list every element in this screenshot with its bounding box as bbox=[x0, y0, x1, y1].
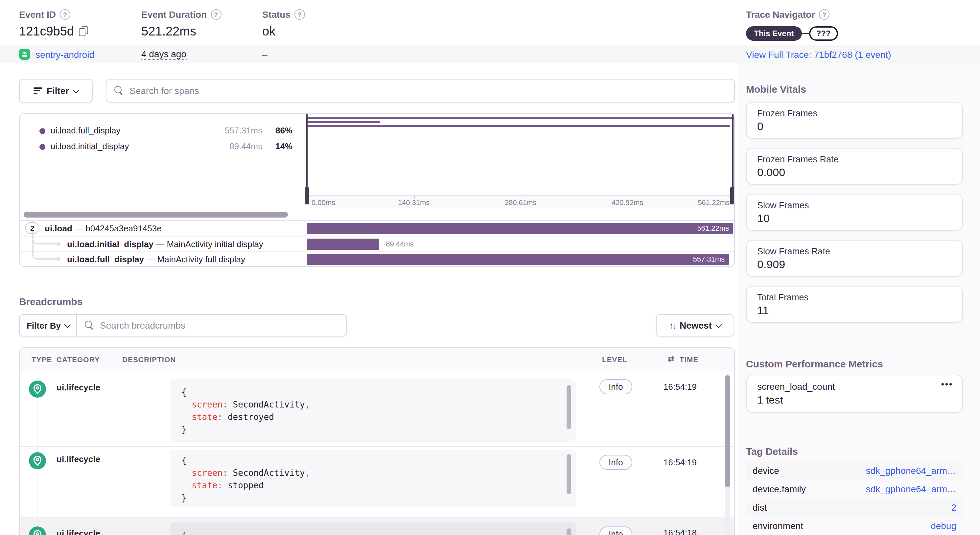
span-row-full-display[interactable]: ui.load.full_display — MainActivity full… bbox=[20, 251, 734, 266]
span-minimap[interactable] bbox=[307, 114, 734, 195]
breadcrumb-code[interactable]: { screen: SecondActivity, state: stopped… bbox=[170, 450, 576, 507]
minimap-right-handle-grip[interactable] bbox=[730, 187, 734, 204]
col-description: DESCRIPTION bbox=[122, 355, 176, 363]
metric-name: screen_load_count bbox=[757, 381, 952, 392]
legend-duration: 89.44ms bbox=[229, 141, 262, 151]
code-scrollbar-thumb[interactable] bbox=[566, 529, 571, 535]
help-icon[interactable]: ? bbox=[60, 9, 70, 20]
minimap-right-handle[interactable] bbox=[732, 114, 733, 195]
help-icon[interactable]: ? bbox=[294, 9, 305, 20]
vital-value: 0 bbox=[757, 120, 952, 134]
tag-row-device: device sdk_gphone64_arm… bbox=[746, 462, 963, 480]
time-sort-icon[interactable]: ⇄ bbox=[668, 354, 675, 363]
tag-key: device.family bbox=[752, 484, 806, 494]
span-hscrollbar-thumb[interactable] bbox=[24, 212, 288, 218]
help-icon[interactable]: ? bbox=[211, 9, 221, 20]
col-type: TYPE bbox=[32, 355, 52, 363]
sort-arrows-icon: ↑↓ bbox=[669, 320, 675, 330]
span-search-input[interactable] bbox=[129, 86, 734, 96]
legend-percent: 14% bbox=[275, 141, 293, 151]
location-pin-icon bbox=[29, 527, 46, 535]
level-badge: Info bbox=[600, 379, 632, 394]
tag-value-link[interactable]: sdk_gphone64_arm… bbox=[865, 484, 956, 494]
legend-op: ui.load.initial_display bbox=[51, 141, 129, 151]
stat-event-duration: Event Duration? 521.22ms bbox=[141, 9, 221, 39]
status-empty: – bbox=[262, 49, 267, 59]
span-tree: 2 ui.load — b04245a3ea91453e 561.22ms ui… bbox=[20, 221, 734, 266]
minimap-left-handle[interactable] bbox=[306, 114, 308, 195]
tag-row-device-family: device.family sdk_gphone64_arm… bbox=[746, 480, 963, 498]
next-event-pill[interactable]: ??? bbox=[809, 26, 838, 41]
breadcrumb-time: 16:54:18 bbox=[663, 528, 697, 535]
legend-percent: 86% bbox=[275, 126, 293, 135]
breadcrumbs-filter-by-button[interactable]: Filter By bbox=[20, 315, 77, 336]
breadcrumb-code[interactable]: { screen: SecondActivity, state: destroy… bbox=[170, 379, 576, 442]
span-bar[interactable]: 557.31ms bbox=[307, 254, 729, 265]
tag-value-link[interactable]: 2 bbox=[951, 502, 956, 513]
code-scrollbar-thumb[interactable] bbox=[566, 454, 571, 494]
event-age[interactable]: 4 days ago bbox=[141, 49, 186, 60]
vital-label: Total Frames bbox=[757, 293, 952, 303]
breadcrumb-time: 16:54:19 bbox=[663, 382, 697, 392]
breadcrumbs-title: Breadcrumbs bbox=[19, 296, 83, 307]
span-bar[interactable]: 561.22ms bbox=[307, 223, 733, 234]
ellipsis-menu-icon[interactable]: ••• bbox=[941, 379, 953, 389]
chevron-down-icon bbox=[73, 86, 79, 93]
code-scrollbar-thumb[interactable] bbox=[566, 385, 571, 429]
tag-value-link[interactable]: debug bbox=[931, 521, 956, 531]
chevron-down-icon bbox=[64, 321, 70, 328]
event-duration-value: 521.22ms bbox=[141, 24, 196, 39]
breadcrumbs-filterbar: Filter By bbox=[19, 314, 347, 336]
view-full-trace-cell: View Full Trace: 71bf2768 (1 event) bbox=[746, 45, 891, 63]
breadcrumbs-search-input[interactable] bbox=[100, 320, 346, 331]
span-duration: 557.31ms bbox=[693, 255, 725, 263]
minimap-bar bbox=[307, 121, 380, 123]
vital-label: Slow Frames Rate bbox=[757, 247, 952, 256]
android-project-icon bbox=[19, 49, 30, 60]
tree-connector bbox=[32, 231, 59, 260]
stat-event-id: Event ID? 121c9b5d bbox=[19, 9, 88, 39]
this-event-pill[interactable]: This Event bbox=[746, 26, 802, 41]
span-label: ui.load.full_display — MainActivity full… bbox=[67, 254, 245, 264]
minimap-left-handle-grip[interactable] bbox=[305, 187, 309, 204]
vital-label: Frozen Frames bbox=[757, 108, 952, 118]
spans-filter-button[interactable]: Filter bbox=[19, 79, 93, 102]
col-time[interactable]: TIME bbox=[679, 355, 698, 363]
trace-navigator: This Event ??? bbox=[746, 26, 838, 41]
span-row-initial-display[interactable]: ui.load.initial_display — MainActivity i… bbox=[20, 236, 734, 251]
breadcrumb-row[interactable]: ui.lifecycle { screen: SecondActivity, s… bbox=[20, 446, 734, 517]
breadcrumbs-sort-button[interactable]: ↑↓ Newest bbox=[656, 314, 734, 336]
custom-metric-card: screen_load_count 1 test ••• bbox=[746, 375, 963, 413]
span-label: ui.load — b04245a3ea91453e bbox=[45, 223, 162, 233]
view-full-trace-link[interactable]: View Full Trace: 71bf2768 (1 event) bbox=[746, 49, 891, 59]
legend-item[interactable]: ui.load.initial_display 89.44ms 14% bbox=[20, 141, 305, 153]
copy-icon[interactable] bbox=[79, 26, 88, 37]
breadcrumb-category: ui.lifecycle bbox=[57, 454, 100, 464]
legend-item[interactable]: ui.load.full_display 557.31ms 86% bbox=[20, 125, 305, 137]
axis-tick-label: 140.31ms bbox=[398, 199, 430, 206]
project-link[interactable]: sentry-android bbox=[35, 49, 94, 59]
table-scrollbar-thumb[interactable] bbox=[725, 375, 730, 487]
tag-row-environment: environment debug bbox=[746, 517, 963, 535]
breadcrumb-row[interactable]: ui.lifecycle { screen: SecondActivity, s… bbox=[20, 371, 734, 446]
vital-card-frozen-frames-rate: Frozen Frames Rate 0.000 bbox=[746, 148, 963, 185]
span-duration: 89.44ms bbox=[386, 240, 414, 248]
breadcrumb-category: ui.lifecycle bbox=[57, 382, 100, 392]
span-hscrollbar bbox=[20, 208, 734, 221]
span-waterfall-panel: ui.load.full_display 557.31ms 86% ui.loa… bbox=[19, 113, 735, 267]
vital-value: 11 bbox=[757, 304, 952, 317]
tag-key: device bbox=[752, 465, 779, 476]
sort-label: Newest bbox=[679, 320, 712, 331]
span-row-ui-load[interactable]: 2 ui.load — b04245a3ea91453e 561.22ms bbox=[20, 221, 734, 236]
vital-label: Frozen Frames Rate bbox=[757, 154, 952, 164]
breadcrumb-code[interactable]: { bbox=[170, 522, 576, 535]
legend-op: ui.load.full_display bbox=[51, 126, 120, 135]
search-icon bbox=[85, 321, 94, 330]
help-icon[interactable]: ? bbox=[819, 9, 829, 20]
breadcrumb-row[interactable]: ui.lifecycle { Info 16:54:18 bbox=[20, 517, 734, 535]
span-bar[interactable] bbox=[307, 239, 379, 250]
span-search bbox=[106, 79, 735, 102]
tag-value-link[interactable]: sdk_gphone64_arm… bbox=[865, 465, 956, 476]
level-badge: Info bbox=[600, 527, 632, 535]
project-cell: sentry-android bbox=[19, 45, 94, 63]
